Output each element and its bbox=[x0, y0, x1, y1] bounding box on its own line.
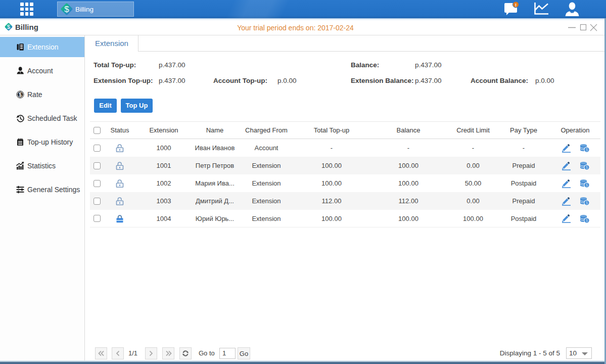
svg-text:$: $ bbox=[19, 92, 22, 98]
svg-text:$: $ bbox=[585, 165, 588, 170]
svg-text:$: $ bbox=[64, 5, 69, 14]
svg-text:$: $ bbox=[585, 200, 588, 205]
svg-text:$: $ bbox=[585, 147, 588, 152]
svg-text:!: ! bbox=[515, 3, 517, 8]
svg-text:$: $ bbox=[585, 183, 588, 188]
svg-text:$: $ bbox=[585, 218, 588, 223]
